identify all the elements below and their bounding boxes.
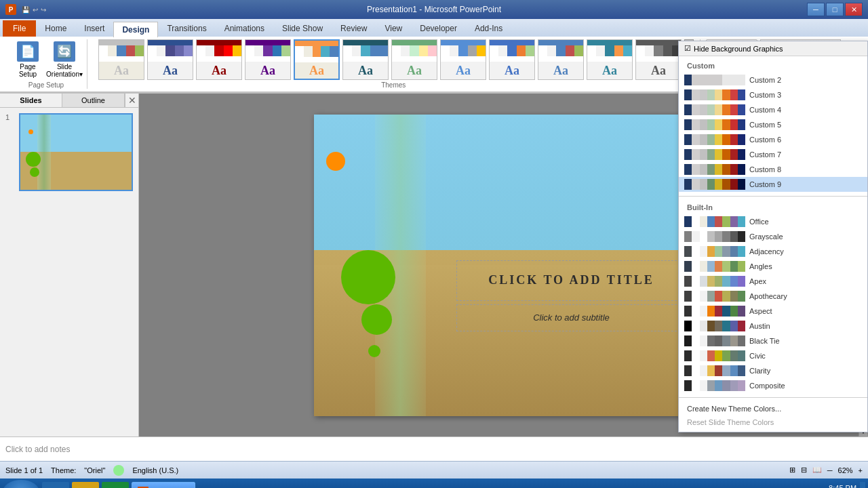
zoom-out-button[interactable]: ─ bbox=[827, 466, 833, 474]
slides-panel: Slides Outline ✕ 1 bbox=[0, 94, 139, 436]
theme-9[interactable]: Aa bbox=[489, 39, 535, 80]
theme-10[interactable]: Aa bbox=[538, 39, 584, 80]
tab-addins[interactable]: Add-Ins bbox=[466, 20, 511, 37]
builtin-item-civic[interactable]: Civic bbox=[679, 348, 867, 363]
window-controls[interactable]: ─ □ ✕ bbox=[807, 3, 863, 16]
slide-panel-tabs: Slides Outline ✕ bbox=[0, 94, 138, 108]
colors-dropdown: ☑ Hide Background Graphics Custom Custom… bbox=[678, 41, 868, 432]
page-setup-label: PageSetup bbox=[19, 63, 37, 78]
theme-11[interactable]: Aa bbox=[587, 39, 633, 80]
custom-item-2[interactable]: Custom 2 bbox=[679, 73, 867, 87]
tab-animations[interactable]: Animations bbox=[216, 20, 273, 37]
builtin-item-black-tie[interactable]: Black Tie bbox=[679, 333, 867, 348]
hide-bg-graphics-dropdown-item[interactable]: ☑ Hide Background Graphics bbox=[684, 44, 862, 53]
create-new-colors-item[interactable]: Create New Theme Colors... bbox=[679, 402, 867, 415]
maximize-button[interactable]: □ bbox=[826, 3, 844, 16]
builtin-item-apex[interactable]: Apex bbox=[679, 274, 867, 289]
theme-6[interactable]: Aa bbox=[342, 39, 389, 80]
quick-access[interactable]: 💾 ↩ ↪ bbox=[22, 6, 46, 14]
custom-item-3[interactable]: Custom 3 bbox=[679, 87, 867, 102]
thumb-circle-1 bbox=[26, 152, 41, 167]
pagesetup-group-label: Page Setup bbox=[28, 80, 64, 89]
themes-strip: AaAaAaAaAaAaAaAaAaAaAaAa bbox=[98, 39, 682, 80]
tab-home[interactable]: Home bbox=[36, 20, 75, 37]
undo-icon[interactable]: ↩ bbox=[33, 6, 38, 14]
tab-file[interactable]: File bbox=[3, 20, 36, 37]
dropdown-top-actions: ☑ Hide Background Graphics bbox=[679, 41, 867, 56]
tab-transitions[interactable]: Transitions bbox=[158, 20, 215, 37]
dropdown-footer: Create New Theme Colors... Reset Slide T… bbox=[679, 399, 867, 432]
view-normal-icon[interactable]: ⊞ bbox=[789, 466, 795, 474]
theme-8[interactable]: Aa bbox=[440, 39, 486, 80]
builtin-item-composite[interactable]: Composite bbox=[679, 378, 867, 393]
builtin-item-office[interactable]: Office bbox=[679, 214, 867, 229]
redo-icon[interactable]: ↪ bbox=[41, 6, 46, 14]
thumb-bar bbox=[37, 115, 51, 191]
builtin-header: Built-In bbox=[679, 201, 867, 214]
save-icon[interactable]: 💾 bbox=[22, 6, 30, 14]
theme-2[interactable]: Aa bbox=[147, 39, 193, 80]
tab-slides[interactable]: Slides bbox=[0, 94, 62, 107]
custom-item-8[interactable]: Custom 8 bbox=[679, 162, 867, 177]
theme-3[interactable]: Aa bbox=[196, 39, 242, 80]
builtin-item-grayscale[interactable]: Grayscale bbox=[679, 229, 867, 244]
notes-area[interactable]: Click to add notes bbox=[0, 436, 868, 461]
zoom-in-button[interactable]: + bbox=[859, 466, 863, 474]
section-divider bbox=[679, 196, 867, 197]
builtin-item-angles[interactable]: Angles bbox=[679, 259, 867, 274]
custom-item-9[interactable]: Custom 9 bbox=[679, 177, 867, 192]
view-slide-sorter-icon[interactable]: ⊟ bbox=[801, 466, 807, 474]
title-placeholder[interactable]: CLICK TO ADD TITLE bbox=[456, 260, 687, 301]
language: English (U.S.) bbox=[132, 466, 178, 474]
ie-icon[interactable]: e bbox=[42, 482, 69, 488]
custom-item-4[interactable]: Custom 4 bbox=[679, 102, 867, 117]
subtitle-placeholder[interactable]: Click to add subtitle bbox=[456, 304, 687, 331]
theme-4[interactable]: Aa bbox=[245, 39, 291, 80]
theme-7[interactable]: Aa bbox=[391, 39, 437, 80]
tab-developer[interactable]: Developer bbox=[411, 20, 466, 37]
builtin-item-austin[interactable]: Austin bbox=[679, 319, 867, 333]
tab-slideshow[interactable]: Slide Show bbox=[273, 20, 332, 37]
slide-orientation-button[interactable]: 🔄 SlideOrientation▾ bbox=[47, 39, 81, 80]
theme-5[interactable]: Aa bbox=[294, 39, 340, 80]
tab-insert[interactable]: Insert bbox=[75, 20, 113, 37]
page-setup-button[interactable]: 📄 PageSetup bbox=[11, 39, 45, 80]
green-circle-xsmall bbox=[368, 345, 380, 357]
reset-theme-colors-item: Reset Slide Theme Colors bbox=[679, 415, 867, 429]
view-reading-icon[interactable]: 📖 bbox=[812, 466, 822, 474]
panel-close-button[interactable]: ✕ bbox=[125, 94, 138, 107]
slide-orientation-icon: 🔄 bbox=[54, 41, 75, 62]
title-placeholder-text: CLICK TO ADD TITLE bbox=[488, 273, 654, 287]
theme-12[interactable]: Aa bbox=[635, 39, 682, 80]
start-button[interactable]: ⊞ bbox=[3, 480, 39, 488]
theme-1[interactable]: Aa bbox=[98, 39, 144, 80]
builtin-item-adjacency[interactable]: Adjacency bbox=[679, 244, 867, 259]
green-circle-small bbox=[361, 304, 392, 335]
slide-1-number: 1 bbox=[5, 113, 16, 121]
show-desktop-button[interactable] bbox=[860, 482, 865, 488]
media-player-icon[interactable]: ▶ bbox=[102, 482, 129, 488]
close-button[interactable]: ✕ bbox=[845, 3, 863, 16]
custom-item-6[interactable]: Custom 6 bbox=[679, 132, 867, 147]
tab-view[interactable]: View bbox=[376, 20, 411, 37]
windows-logo: ⊞ bbox=[16, 484, 27, 488]
powerpoint-taskbar-item[interactable]: P PowerPoint bbox=[132, 482, 195, 488]
page-setup-icon: 📄 bbox=[17, 41, 39, 62]
slide-1-image[interactable] bbox=[19, 113, 133, 191]
custom-item-5[interactable]: Custom 5 bbox=[679, 117, 867, 132]
tab-outline[interactable]: Outline bbox=[62, 94, 125, 107]
folder-icon[interactable]: 📁 bbox=[72, 482, 99, 488]
builtin-item-clarity[interactable]: Clarity bbox=[679, 363, 867, 378]
tab-design[interactable]: Design bbox=[113, 22, 158, 37]
minimize-button[interactable]: ─ bbox=[807, 3, 825, 16]
slide-thumbnails: 1 bbox=[0, 108, 138, 436]
slide-orientation-label: SlideOrientation▾ bbox=[46, 63, 83, 78]
custom-item-7[interactable]: Custom 7 bbox=[679, 147, 867, 162]
custom-items: Custom 2Custom 3Custom 4Custom 5Custom 6… bbox=[679, 73, 867, 192]
builtin-item-apothecary[interactable]: Apothecary bbox=[679, 289, 867, 304]
hide-bg-graphics-dropdown-label: Hide Background Graphics bbox=[694, 45, 783, 53]
tab-review[interactable]: Review bbox=[332, 20, 376, 37]
builtin-item-aspect[interactable]: Aspect bbox=[679, 304, 867, 319]
slide-canvas[interactable]: CLICK TO ADD TITLE Click to add subtitle bbox=[314, 115, 694, 416]
slide-1-thumb: 1 bbox=[5, 113, 133, 191]
